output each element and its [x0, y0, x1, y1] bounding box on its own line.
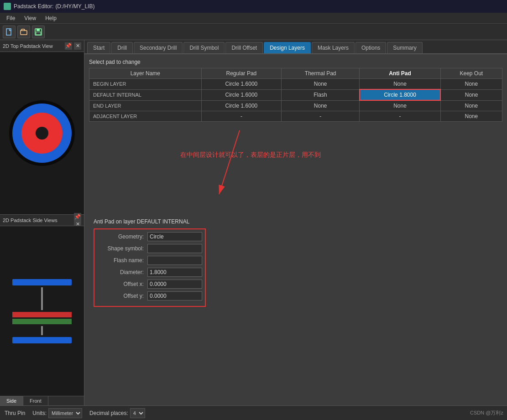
- row3-keepout[interactable]: None: [440, 100, 502, 111]
- diameter-input[interactable]: [147, 268, 202, 277]
- pad-table: Layer Name Regular Pad Thermal Pad Anti …: [89, 68, 502, 122]
- flash-name-row: Flash name:: [97, 256, 202, 265]
- shape-symbol-label: Shape symbol:: [97, 245, 147, 252]
- svg-line-10: [219, 130, 240, 194]
- row3-thermal[interactable]: None: [282, 100, 360, 111]
- row1-keepout[interactable]: None: [440, 79, 502, 90]
- diameter-label: Diameter:: [97, 269, 147, 275]
- side-view-controls: 📌 ✕: [74, 213, 81, 228]
- col-layer-name: Layer Name: [89, 68, 202, 79]
- section-label: Select pad to change: [89, 59, 502, 65]
- units-item: Units: Millimeter Inch: [32, 408, 82, 418]
- pin-top-view-button[interactable]: 📌: [65, 42, 72, 50]
- flash-name-label: Flash name:: [97, 257, 147, 264]
- menubar: File View Help: [0, 13, 507, 24]
- row2-thermal[interactable]: Flash: [282, 89, 360, 100]
- tab-drill-symbol[interactable]: Drill Symbol: [183, 42, 225, 53]
- tab-secondary-drill[interactable]: Secondary Drill: [134, 42, 183, 53]
- row2-anti-selected[interactable]: Circle 1.8000: [360, 89, 440, 100]
- row4-regular[interactable]: -: [201, 111, 281, 122]
- row1-thermal[interactable]: None: [282, 79, 360, 90]
- tab-start[interactable]: Start: [87, 42, 110, 53]
- row3-regular[interactable]: Circle 1.6000: [201, 100, 281, 111]
- geometry-label: Geometry:: [97, 233, 147, 240]
- arrow-svg: [89, 124, 363, 215]
- side-padstack-canvas: [0, 226, 84, 396]
- offset-y-row: Offset y:: [97, 291, 202, 301]
- titlebar-path: (D:/HY/MY_LIB): [55, 3, 94, 10]
- side-view-label: 2D Padstack Side Views: [3, 218, 57, 223]
- left-panel: 2D Top Padstack View 📌 ✕ 2D Padstack Sid…: [0, 40, 84, 405]
- row3-anti[interactable]: None: [360, 100, 440, 111]
- row2-regular[interactable]: Circle 1.6000: [201, 89, 281, 100]
- left-panel-tabs: Side Front: [0, 396, 84, 405]
- row2-keepout[interactable]: None: [440, 89, 502, 100]
- col-keep-out: Keep Out: [440, 68, 502, 79]
- row4-keepout[interactable]: None: [440, 111, 502, 122]
- svg-rect-1: [21, 31, 27, 35]
- offset-x-input[interactable]: [147, 280, 202, 289]
- properties-form: Geometry: Shape symbol: Flash name: Diam…: [94, 228, 206, 307]
- content-area: Select pad to change Layer Name Regular …: [84, 54, 507, 405]
- row4-anti[interactable]: -: [360, 111, 440, 122]
- side-layer-top: [12, 279, 72, 285]
- top-view-label: 2D Top Padstack View: [3, 43, 53, 49]
- table-row: DEFAULT INTERNAL Circle 1.6000 Flash Cir…: [89, 89, 502, 100]
- tab-design-layers[interactable]: Design Layers: [264, 42, 311, 53]
- row1-anti[interactable]: None: [360, 79, 440, 90]
- side-layers-group: [12, 312, 72, 324]
- side-layer-internal-2: [12, 319, 72, 324]
- svg-rect-0: [6, 29, 11, 35]
- menu-file[interactable]: File: [2, 14, 20, 22]
- geometry-input[interactable]: [147, 232, 202, 241]
- top-padstack-view-header: 2D Top Padstack View 📌 ✕: [0, 40, 84, 52]
- diameter-row: Diameter:: [97, 268, 202, 277]
- tab-drill-offset[interactable]: Drill Offset: [225, 42, 263, 53]
- new-button[interactable]: [3, 26, 16, 38]
- offset-x-row: Offset x:: [97, 280, 202, 289]
- titlebar-label: Padstack Editor:: [14, 3, 53, 10]
- main-layout: 2D Top Padstack View 📌 ✕ 2D Padstack Sid…: [0, 40, 507, 405]
- row4-thermal[interactable]: -: [282, 111, 360, 122]
- tab-options[interactable]: Options: [355, 42, 386, 53]
- decimal-select[interactable]: 4 2 3 5 6: [130, 408, 145, 418]
- table-row: BEGIN LAYER Circle 1.6000 None None None: [89, 79, 502, 90]
- tab-mask-layers[interactable]: Mask Layers: [312, 42, 355, 53]
- annotation-text: 在中间层设计就可以了，表层的是正片层，用不到: [180, 151, 321, 159]
- svg-point-8: [36, 127, 48, 140]
- save-button[interactable]: [32, 26, 45, 38]
- properties-section: Anti Pad on layer DEFAULT INTERNAL Geome…: [89, 215, 502, 311]
- row4-layer: ADJACENT LAYER: [89, 111, 202, 122]
- open-button[interactable]: [17, 26, 30, 38]
- tab-summary[interactable]: Summary: [387, 42, 422, 53]
- side-drill-2: [41, 326, 43, 335]
- titlebar: Padstack Editor: (D:/HY/MY_LIB): [0, 0, 507, 13]
- shape-symbol-input[interactable]: [147, 244, 202, 253]
- table-row: END LAYER Circle 1.6000 None None None: [89, 100, 502, 111]
- svg-rect-3: [37, 29, 40, 31]
- offset-x-label: Offset x:: [97, 281, 147, 287]
- row3-layer: END LAYER: [89, 100, 202, 111]
- toolbar: [0, 24, 507, 40]
- offset-y-input[interactable]: [147, 291, 202, 301]
- menu-help[interactable]: Help: [41, 14, 61, 22]
- units-select[interactable]: Millimeter Inch: [48, 408, 82, 418]
- row1-regular[interactable]: Circle 1.6000: [201, 79, 281, 90]
- pin-type-item: Thru Pin: [5, 410, 25, 416]
- app-icon: [4, 3, 11, 10]
- annotation-area: 在中间层设计就可以了，表层的是正片层，用不到: [89, 124, 502, 215]
- tab-drill[interactable]: Drill: [111, 42, 133, 53]
- col-anti-pad: Anti Pad: [360, 68, 440, 79]
- tab-front[interactable]: Front: [23, 396, 48, 405]
- close-top-view-button[interactable]: ✕: [74, 42, 81, 50]
- tab-side[interactable]: Side: [0, 396, 23, 405]
- watermark: CSDN @万利z: [470, 410, 503, 416]
- shape-symbol-row: Shape symbol:: [97, 244, 202, 253]
- pin-side-view-button[interactable]: 📌: [74, 213, 81, 220]
- menu-view[interactable]: View: [20, 14, 41, 22]
- svg-rect-4: [36, 32, 41, 35]
- units-label: Units:: [32, 410, 47, 416]
- flash-name-input[interactable]: [147, 256, 202, 265]
- right-panel: Start Drill Secondary Drill Drill Symbol…: [84, 40, 507, 405]
- col-regular-pad: Regular Pad: [201, 68, 281, 79]
